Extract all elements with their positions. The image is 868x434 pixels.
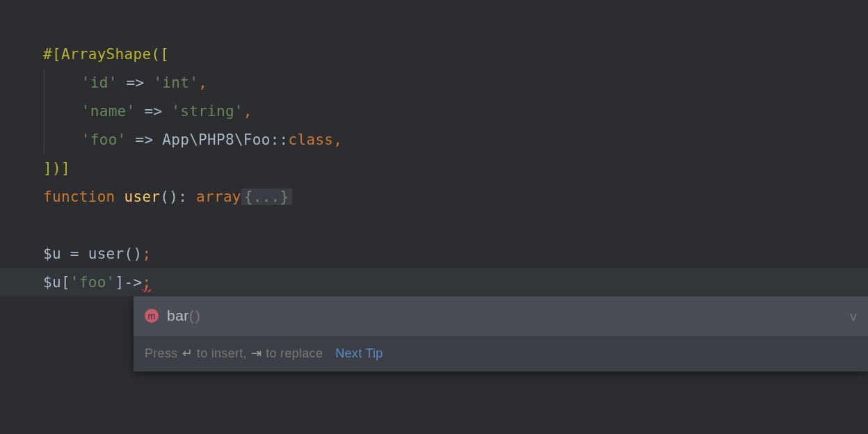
attribute-close: ])] bbox=[43, 160, 70, 177]
object-arrow: -> bbox=[124, 274, 143, 291]
string-literal: 'foo' bbox=[81, 131, 127, 148]
variable: $u bbox=[43, 274, 61, 291]
semicolon: ; bbox=[142, 246, 151, 262]
bracket-open: [ bbox=[160, 46, 169, 63]
method-parens: () bbox=[189, 307, 202, 323]
bracket-close: ] bbox=[115, 274, 124, 291]
function-keyword: function bbox=[43, 188, 124, 205]
namespace-ref: App\PHP8\Foo bbox=[162, 131, 270, 148]
autocomplete-popup: m bar() v Press ↵ to insert, ⇥ to replac… bbox=[134, 296, 868, 371]
string-literal: 'id' bbox=[81, 74, 118, 91]
autocomplete-method-label: bar() bbox=[167, 302, 202, 330]
code-fold[interactable]: {...} bbox=[241, 188, 292, 205]
method-name: bar bbox=[167, 307, 189, 323]
footer-insert-text: to insert, bbox=[197, 341, 247, 366]
code-line: #[ArrayShape([ bbox=[43, 40, 868, 69]
parens: () bbox=[124, 246, 143, 262]
comma: , bbox=[333, 131, 342, 148]
comma: , bbox=[198, 74, 207, 91]
string-literal: 'name' bbox=[81, 103, 136, 120]
string-literal: 'string' bbox=[171, 103, 243, 120]
string-literal: 'foo' bbox=[70, 274, 115, 291]
code-line: ])] bbox=[43, 154, 868, 183]
footer-replace-text: to replace bbox=[266, 341, 323, 366]
comma: , bbox=[243, 103, 252, 120]
footer-press-text: Press bbox=[145, 341, 178, 366]
enter-key-icon: ↵ bbox=[182, 341, 193, 366]
autocomplete-item-left: m bar() bbox=[145, 302, 202, 330]
code-line: $u = user(); bbox=[43, 240, 868, 268]
function-name: user bbox=[124, 188, 161, 205]
code-line: 'name' => 'string', bbox=[43, 97, 868, 126]
attribute-name: ArrayShape bbox=[61, 46, 151, 63]
code-line: 'foo' => App\PHP8\Foo::class, bbox=[43, 126, 868, 154]
return-type-label: v bbox=[850, 303, 857, 329]
autocomplete-footer: Press ↵ to insert, ⇥ to replace Next Tip bbox=[134, 336, 868, 371]
class-keyword: class bbox=[289, 131, 334, 148]
string-literal: 'int' bbox=[153, 74, 198, 91]
method-icon: m bbox=[145, 309, 159, 323]
semicolon-error: ; bbox=[142, 274, 151, 291]
params: () bbox=[160, 188, 178, 205]
active-code-line: $u['foo']->; bbox=[0, 268, 868, 297]
return-type: array bbox=[196, 188, 241, 205]
arrow-operator: => bbox=[118, 74, 154, 91]
bracket-open: [ bbox=[61, 274, 70, 291]
variable: $u bbox=[43, 246, 61, 262]
autocomplete-item[interactable]: m bar() v bbox=[134, 296, 868, 336]
colon: : bbox=[178, 188, 196, 205]
code-editor[interactable]: #[ArrayShape([ 'id' => 'int', 'name' => … bbox=[0, 0, 868, 296]
next-tip-link[interactable]: Next Tip bbox=[335, 341, 383, 366]
code-line: function user(): array{...} bbox=[43, 183, 868, 211]
function-call: user bbox=[88, 246, 124, 262]
scope-sep: :: bbox=[271, 131, 289, 148]
blank-line bbox=[43, 211, 868, 240]
tab-key-icon: ⇥ bbox=[251, 341, 262, 366]
paren-open: ( bbox=[151, 46, 160, 63]
attribute-open: #[ bbox=[43, 46, 61, 63]
indent-guide bbox=[44, 97, 81, 126]
arrow-operator: => bbox=[127, 131, 163, 148]
assign-op: = bbox=[61, 246, 88, 262]
indent-guide bbox=[44, 126, 81, 154]
arrow-operator: => bbox=[136, 103, 172, 120]
indent-guide bbox=[44, 69, 81, 97]
code-line: 'id' => 'int', bbox=[43, 69, 868, 97]
